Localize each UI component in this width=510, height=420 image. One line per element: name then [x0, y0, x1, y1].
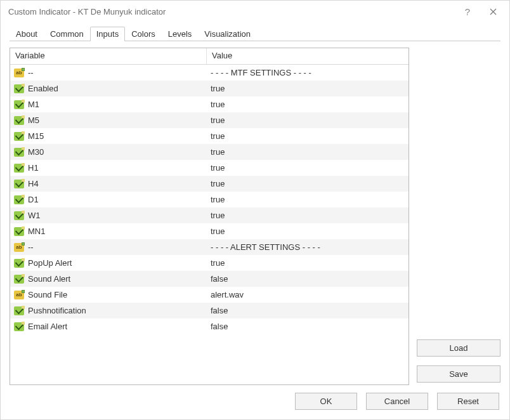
tab-inputs[interactable]: Inputs [90, 27, 125, 41]
reset-button[interactable]: Reset [437, 393, 499, 410]
bool-type-icon [14, 275, 24, 284]
value-cell[interactable]: false [207, 303, 409, 318]
variable-cell: M30 [10, 144, 207, 160]
variable-cell: -- [10, 65, 207, 81]
variable-name: M15 [28, 131, 44, 141]
table-row[interactable]: --- - - - ALERT SETTINGS - - - - [10, 239, 409, 255]
value-text: false [211, 322, 228, 331]
help-button[interactable]: ? [455, 2, 480, 21]
table-row[interactable]: W1true [10, 207, 409, 223]
table-row[interactable]: H4true [10, 176, 409, 192]
tab-visualization[interactable]: Visualization [198, 27, 257, 41]
table-row[interactable]: PopUp Alerttrue [10, 255, 409, 271]
tab-about[interactable]: About [10, 27, 44, 41]
variable-cell: H4 [10, 176, 207, 192]
table-row[interactable]: M15true [10, 128, 409, 144]
variable-name: Sound File [28, 290, 67, 299]
value-text: - - - - MTF SETTINGS - - - - [211, 68, 311, 77]
variable-cell: H1 [10, 160, 207, 176]
table-row[interactable]: Enabledtrue [10, 81, 409, 96]
bool-type-icon [14, 227, 24, 236]
table-row[interactable]: M30true [10, 144, 409, 160]
value-cell[interactable]: true [207, 176, 409, 192]
variable-name: M1 [28, 100, 39, 109]
value-cell[interactable]: true [207, 160, 409, 176]
variable-name: Email Alert [28, 322, 67, 331]
tab-common[interactable]: Common [44, 27, 90, 41]
variable-name: H4 [28, 179, 39, 188]
value-cell[interactable]: true [207, 112, 409, 128]
close-icon [490, 8, 497, 15]
variable-name: M30 [28, 147, 44, 157]
value-cell[interactable]: true [207, 81, 409, 96]
table-row[interactable]: --- - - - MTF SETTINGS - - - - [10, 65, 409, 81]
variable-name: -- [28, 68, 34, 77]
string-type-icon [14, 291, 24, 299]
value-cell[interactable]: true [207, 223, 409, 239]
column-header-variable[interactable]: Variable [10, 48, 207, 64]
bool-type-icon [14, 180, 24, 188]
bool-type-icon [14, 148, 24, 157]
table-row[interactable]: Pushnotificationfalse [10, 303, 409, 318]
value-cell[interactable]: true [207, 192, 409, 207]
value-cell[interactable]: true [207, 96, 409, 112]
value-text: alert.wav [211, 290, 244, 299]
variable-cell: Sound File [10, 287, 207, 303]
table-row[interactable]: Sound Alertfalse [10, 271, 409, 287]
close-button[interactable] [480, 2, 506, 21]
bool-type-icon [14, 322, 24, 331]
bool-type-icon [14, 259, 24, 268]
value-text: true [211, 131, 225, 141]
tab-colors[interactable]: Colors [125, 27, 162, 41]
value-cell[interactable]: false [207, 318, 409, 334]
value-cell[interactable]: true [207, 207, 409, 223]
value-text: true [211, 84, 225, 93]
table-body: --- - - - MTF SETTINGS - - - -Enabledtru… [10, 65, 409, 384]
column-header-value[interactable]: Value [207, 48, 409, 64]
value-text: - - - - ALERT SETTINGS - - - - [211, 242, 320, 252]
variable-cell: W1 [10, 207, 207, 223]
string-type-icon [14, 69, 24, 77]
variable-cell: M1 [10, 96, 207, 112]
table-row[interactable]: H1true [10, 160, 409, 176]
table-row[interactable]: M5true [10, 112, 409, 128]
value-text: true [211, 163, 225, 173]
table-row[interactable]: Email Alertfalse [10, 318, 409, 334]
cancel-button[interactable]: Cancel [366, 393, 428, 410]
table-row[interactable]: MN1true [10, 223, 409, 239]
value-cell[interactable]: alert.wav [207, 287, 409, 303]
bool-type-icon [14, 164, 24, 173]
value-cell[interactable]: - - - - MTF SETTINGS - - - - [207, 65, 409, 81]
variable-name: -- [28, 242, 34, 252]
dialog-window: Custom Indicator - KT De Munyuk indicato… [0, 0, 510, 420]
value-text: true [211, 179, 225, 188]
load-button[interactable]: Load [417, 339, 500, 357]
save-button[interactable]: Save [417, 365, 500, 383]
ok-button[interactable]: OK [295, 393, 357, 410]
value-cell[interactable]: true [207, 128, 409, 144]
value-text: false [211, 274, 228, 284]
table-row[interactable]: D1true [10, 192, 409, 207]
value-cell[interactable]: - - - - ALERT SETTINGS - - - - [207, 239, 409, 255]
bool-type-icon [14, 100, 24, 109]
titlebar: Custom Indicator - KT De Munyuk indicato… [1, 1, 509, 22]
value-text: true [211, 211, 225, 220]
variable-cell: M15 [10, 128, 207, 144]
variable-name: D1 [28, 195, 39, 204]
variable-cell: Enabled [10, 81, 207, 96]
value-cell[interactable]: true [207, 255, 409, 271]
value-cell[interactable]: true [207, 144, 409, 160]
variable-name: Pushnotification [28, 306, 86, 315]
variable-name: Enabled [28, 84, 58, 93]
tab-levels[interactable]: Levels [162, 27, 199, 41]
value-text: true [211, 195, 225, 204]
window-title: Custom Indicator - KT De Munyuk indicato… [8, 7, 455, 16]
bool-type-icon [14, 306, 24, 315]
side-buttons: Load Save [417, 48, 500, 385]
table-row[interactable]: M1true [10, 96, 409, 112]
variable-name: W1 [28, 211, 41, 220]
value-cell[interactable]: false [207, 271, 409, 287]
table-row[interactable]: Sound Filealert.wav [10, 287, 409, 303]
variable-name: H1 [28, 163, 39, 173]
bool-type-icon [14, 132, 24, 141]
